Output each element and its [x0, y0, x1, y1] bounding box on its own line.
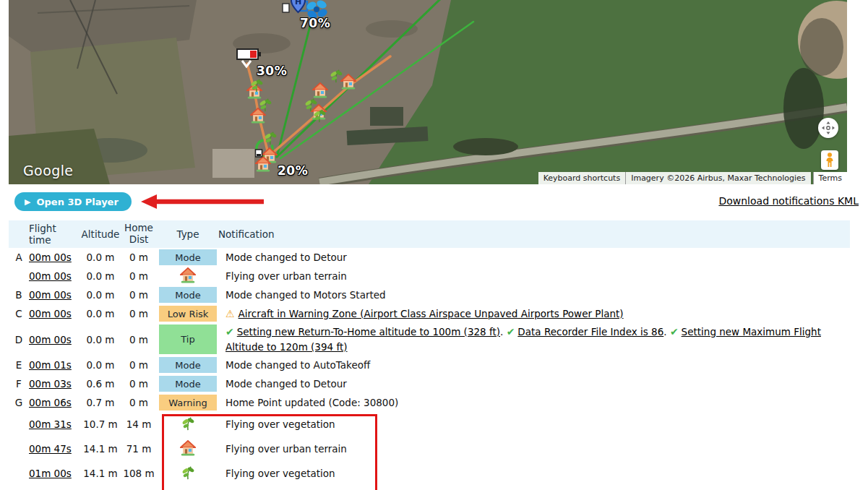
map-satellite-view[interactable]: H 70% 30% 20 — [9, 0, 847, 184]
row-letter: D — [9, 334, 29, 345]
home-dist-value: 0 m — [120, 289, 158, 301]
notification-cell: Flying over vegetation — [218, 466, 850, 481]
vegetation-marker[interactable] — [249, 78, 264, 93]
row-letter: G — [9, 397, 29, 408]
vegetation-marker[interactable] — [258, 98, 272, 112]
imagery-credit: Imagery ©2026 Airbus, Maxar Technologies — [625, 172, 810, 184]
notification-cell: Home Point updated (Code: 30800) — [218, 395, 850, 410]
play-icon: ▶ — [25, 197, 30, 207]
vegetation-marker[interactable] — [263, 131, 278, 145]
table-row: E00m 01s0.0 m0 mModeMode changed to Auto… — [9, 356, 850, 374]
type-badge: Low Risk — [159, 306, 217, 322]
header-altitude: Altitude — [81, 226, 120, 242]
keyboard-shortcuts-link[interactable]: Keyboard shortcuts — [538, 172, 626, 184]
street-view-pegman[interactable] — [821, 150, 838, 170]
satellite-imagery — [9, 0, 847, 184]
table-row: 00m 31s10.7 m14 mFlying over vegetation — [9, 412, 850, 437]
urban-terrain-house-icon — [180, 267, 196, 285]
notification-text: Home Point updated (Code: 30800) — [225, 397, 398, 408]
notification-text: Flying over urban terrain — [225, 443, 347, 455]
open-3d-player-label: Open 3D Player — [36, 197, 118, 207]
notification-text: Mode changed to Detour — [225, 378, 347, 390]
altitude-value: 14.1 m — [81, 468, 120, 479]
vegetation-leaf-icon — [181, 465, 195, 482]
flight-time-link[interactable]: 00m 01s — [29, 359, 72, 371]
row-letter: B — [9, 289, 29, 301]
notification-cell: Mode changed to Detour — [218, 377, 850, 391]
notification-cell: Flying over urban terrain — [218, 269, 850, 283]
header-flight-time: Flight time — [29, 220, 81, 248]
header-notification: Notification — [218, 226, 850, 242]
row-letter: A — [9, 252, 29, 263]
flight-time-link[interactable]: 00m 00s — [29, 289, 72, 301]
battery-label-20: 20% — [278, 163, 308, 178]
type-badge: Mode — [159, 249, 217, 265]
table-header-row: Flight time Altitude Home Dist Type Noti… — [9, 220, 850, 248]
table-row: 00m 00s0.0 m0 mFlying over urban terrain — [9, 267, 850, 285]
notification-text: Mode changed to AutoTakeoff — [225, 359, 370, 371]
altitude-value: 0.6 m — [81, 378, 120, 390]
header-letter-spacer — [9, 232, 29, 236]
toolbar: ▶ Open 3D Player Download notifications … — [9, 192, 859, 212]
home-dist-value: 0 m — [120, 378, 158, 390]
flight-time-link[interactable]: 00m 03s — [29, 378, 72, 390]
open-3d-player-button[interactable]: ▶ Open 3D Player — [14, 192, 132, 211]
check-icon: ✔ — [670, 326, 679, 338]
table-row: F00m 03s0.6 m0 mModeMode changed to Deto… — [9, 374, 850, 393]
altitude-value: 0.0 m — [81, 289, 120, 301]
flight-time-link[interactable]: 00m 00s — [29, 308, 72, 319]
row-letter: F — [9, 378, 29, 390]
type-badge: Warning — [159, 395, 217, 411]
flight-time-link[interactable]: 00m 00s — [29, 334, 72, 345]
vegetation-marker[interactable] — [329, 69, 343, 83]
notification-text: Mode changed to Detour — [225, 252, 347, 263]
notification-cell: Mode changed to Motors Started — [218, 288, 850, 302]
check-icon: ✔ — [507, 326, 515, 338]
table-row: B00m 00s0.0 m0 mModeMode changed to Moto… — [9, 285, 850, 304]
flight-time-link[interactable]: 00m 00s — [29, 252, 72, 263]
urban-terrain-house-icon — [180, 440, 196, 458]
pegman-icon — [825, 152, 835, 168]
notification-text: Mode changed to Motors Started — [225, 289, 386, 301]
flight-time-link[interactable]: 00m 00s — [29, 270, 72, 282]
notification-link[interactable]: Data Recorder File Index is 86 — [517, 326, 663, 338]
notification-text: Flying over urban terrain — [225, 270, 347, 282]
home-dist-value: 0 m — [120, 252, 158, 263]
house-marker[interactable] — [255, 156, 271, 172]
type-badge: Tip — [159, 324, 217, 354]
home-dist-value: 0 m — [120, 397, 158, 408]
google-logo[interactable]: Google — [23, 163, 73, 179]
notification-link[interactable]: Aircraft in Warning Zone (Airport Class … — [239, 308, 624, 319]
map-attribution-bar: Keyboard shortcuts Imagery ©2026 Airbus,… — [538, 172, 847, 184]
type-badge: Mode — [159, 357, 217, 373]
type-badge: Mode — [159, 376, 217, 392]
download-kml-link[interactable]: Download notifications KML — [718, 195, 859, 207]
flight-time-link[interactable]: 01m 00s — [29, 468, 72, 479]
flight-time-link[interactable]: 00m 47s — [29, 443, 72, 455]
notifications-table: Flight time Altitude Home Dist Type Noti… — [9, 220, 850, 486]
warning-triangle-icon: ⚠ — [225, 308, 235, 319]
altitude-value: 0.0 m — [81, 334, 120, 345]
altitude-value: 10.7 m — [81, 418, 120, 430]
home-dist-value: 108 m — [120, 468, 158, 479]
notification-cell: ⚠Aircraft in Warning Zone (Airport Class… — [218, 306, 850, 322]
notification-cell: Flying over vegetation — [218, 417, 850, 431]
pan-control-button[interactable] — [818, 118, 838, 138]
vegetation-marker[interactable] — [312, 108, 327, 123]
notification-link[interactable]: Setting new Return-To-Home altitude to 1… — [237, 326, 500, 338]
altitude-value: 0.7 m — [81, 397, 120, 408]
home-dist-value: 0 m — [120, 334, 158, 345]
home-dist-value: 71 m — [120, 443, 158, 455]
notification-cell: Mode changed to AutoTakeoff — [218, 358, 850, 372]
table-row: 01m 00s14.1 m108 mFlying over vegetation — [9, 461, 850, 486]
flight-time-link[interactable]: 00m 31s — [29, 418, 72, 430]
notification-text: Flying over vegetation — [225, 418, 335, 430]
table-row: D00m 00s0.0 m0 mTip✔Setting new Return-T… — [9, 323, 850, 356]
check-icon: ✔ — [225, 326, 234, 338]
flight-time-link[interactable]: 00m 06s — [29, 397, 72, 408]
terms-link[interactable]: Terms — [813, 172, 847, 184]
house-marker[interactable] — [312, 82, 328, 98]
home-dist-value: 0 m — [120, 308, 158, 319]
altitude-value: 0.0 m — [81, 252, 120, 263]
header-home-dist: Home Dist — [120, 220, 158, 247]
